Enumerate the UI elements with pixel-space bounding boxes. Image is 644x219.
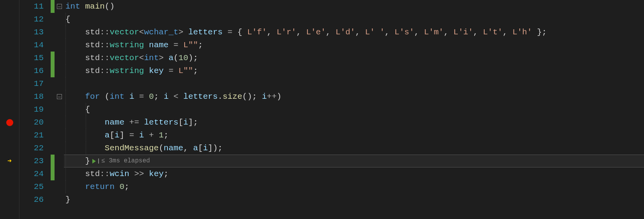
indent-guide (65, 142, 66, 155)
indent-guide (65, 155, 66, 167)
code-line[interactable]: name += letters[i]; (64, 116, 644, 129)
modified-line-marker (51, 64, 55, 77)
code-line[interactable]: a[i] = i + 1; (64, 129, 644, 142)
code-line[interactable]: std::wcin >> key; (64, 167, 644, 180)
step-bar-icon (98, 158, 99, 164)
code-line[interactable]: }≤ 3ms elapsed (64, 155, 644, 167)
code-editor[interactable]: ➜ 11121314151617181920212223242526 int m… (0, 0, 644, 219)
fold-toggle-icon[interactable] (57, 94, 62, 99)
indent-guide (65, 103, 66, 116)
indent-guide (65, 129, 66, 142)
code-line[interactable]: } (64, 193, 644, 206)
modified-line-marker (51, 155, 55, 167)
line-number-gutter: 11121314151617181920212223242526 (19, 0, 51, 219)
indent-guide (65, 167, 66, 180)
line-number: 15 (19, 52, 44, 64)
breakpoint-gutter[interactable]: ➜ (0, 0, 19, 219)
code-line[interactable]: std::vector<int> a(10); (64, 52, 644, 64)
code-line[interactable]: { (64, 103, 644, 116)
indent-guide (86, 116, 86, 129)
line-number: 17 (19, 77, 44, 90)
code-line[interactable]: std::wstring key = L""; (64, 64, 644, 77)
indent-guide (86, 129, 86, 142)
indent-guide (86, 103, 86, 116)
line-number: 22 (19, 142, 44, 155)
indent-guide (65, 77, 66, 90)
indent-guide (65, 52, 66, 64)
line-number: 26 (19, 193, 44, 206)
line-number: 13 (19, 26, 44, 39)
line-number: 19 (19, 103, 44, 116)
line-number: 16 (19, 64, 44, 77)
indent-guide (65, 26, 66, 39)
line-number: 25 (19, 180, 44, 193)
indent-guide (65, 13, 66, 26)
line-number: 18 (19, 90, 44, 103)
indent-guide (86, 142, 86, 155)
fold-toggle-icon[interactable] (57, 4, 62, 9)
play-icon (92, 159, 96, 164)
breakpoint-icon[interactable] (6, 119, 13, 126)
line-number: 21 (19, 129, 44, 142)
code-line[interactable]: { (64, 13, 644, 26)
code-line[interactable]: for (int i = 0; i < letters.size(); i++) (64, 90, 644, 103)
code-line[interactable]: std::wstring name = L""; (64, 39, 644, 52)
code-line[interactable]: std::vector<wchar_t> letters = { L'f', L… (64, 26, 644, 39)
code-line[interactable]: return 0; (64, 180, 644, 193)
perf-elapsed-hint[interactable]: ≤ 3ms elapsed (92, 155, 150, 167)
outline-fold-gutter[interactable] (55, 0, 64, 219)
line-number: 14 (19, 39, 44, 52)
current-line-arrow-icon: ➜ (7, 158, 12, 165)
indent-guide (65, 39, 66, 52)
line-number: 24 (19, 167, 44, 180)
modified-line-marker (51, 52, 55, 64)
code-line[interactable] (64, 77, 644, 90)
modified-line-marker (51, 0, 55, 13)
code-line[interactable]: SendMessage(name, a[i]); (64, 142, 644, 155)
indent-guide (65, 116, 66, 129)
line-number: 23 (19, 155, 44, 167)
line-number: 12 (19, 13, 44, 26)
indent-guide (65, 180, 66, 193)
change-indicator-gutter (51, 0, 55, 219)
indent-guide (65, 90, 66, 103)
perf-elapsed-text: ≤ 3ms elapsed (101, 155, 150, 167)
modified-line-marker (51, 167, 55, 180)
code-line[interactable]: int main() (64, 0, 644, 13)
indent-guide (65, 64, 66, 77)
code-area[interactable]: int main(){ std::vector<wchar_t> letters… (64, 0, 644, 219)
line-number: 20 (19, 116, 44, 129)
line-number: 11 (19, 0, 44, 13)
